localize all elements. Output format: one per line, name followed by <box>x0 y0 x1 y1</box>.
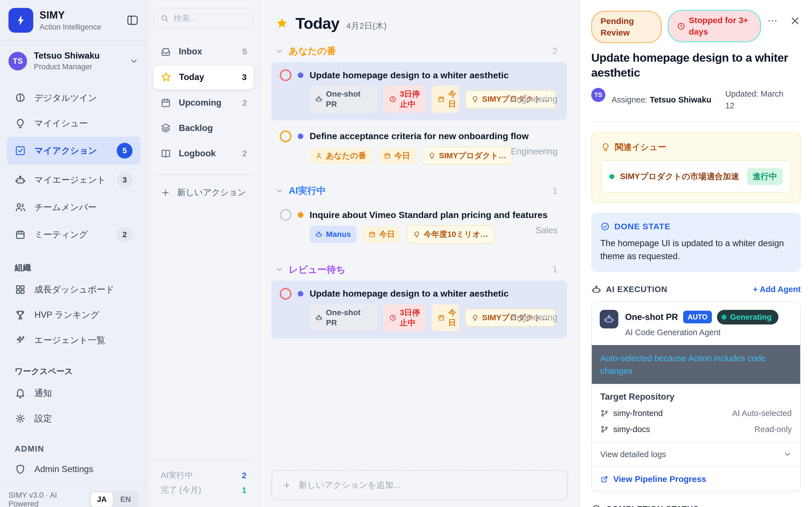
sidebar-item-agent-list[interactable]: エージェント一覧 <box>7 328 140 352</box>
lang-en-button[interactable]: EN <box>114 492 137 507</box>
sidebar-item-my-actions[interactable]: マイアクション 5 <box>7 136 140 165</box>
assignee-avatar: TS <box>591 88 605 102</box>
bolt-icon <box>15 14 27 26</box>
close-icon[interactable] <box>790 15 801 26</box>
task-checkbox[interactable] <box>280 209 292 221</box>
sidebar-item-hvp-ranking[interactable]: HVP ランキング <box>7 303 140 327</box>
status-dot <box>609 174 614 179</box>
pulse-dot <box>721 315 726 320</box>
collapse-sidebar-button[interactable] <box>126 14 139 26</box>
more-icon[interactable] <box>767 15 778 26</box>
calendar-icon <box>438 314 445 321</box>
brain-icon <box>15 93 26 104</box>
due-tag[interactable]: 今日 <box>432 304 459 332</box>
auto-badge: AUTO <box>683 311 712 323</box>
task-checkbox[interactable] <box>280 69 292 81</box>
git-branch-icon <box>600 425 609 434</box>
due-tag[interactable]: 今日 <box>378 147 416 164</box>
new-action-button[interactable]: 新しいアクション <box>153 182 254 203</box>
brand-name: SIMY <box>40 9 120 21</box>
language-toggle: JA EN <box>89 491 139 507</box>
sidebar-item-digital-twin[interactable]: デジタルツイン <box>7 86 140 110</box>
agent-tag[interactable]: Manus <box>310 226 357 243</box>
check-square-icon <box>15 145 26 156</box>
related-issue-row[interactable]: SIMYプロダクトの市場適合加速 進行中 <box>601 160 791 193</box>
users-icon <box>15 202 26 213</box>
task-title: Update homepage design to a whiter aesth… <box>310 70 509 80</box>
list-item-backlog[interactable]: Backlog <box>153 116 254 140</box>
related-issue-title: SIMYプロダクトの市場適合加速 <box>620 171 741 182</box>
shield-icon <box>15 464 26 475</box>
sidebar-item-my-issues[interactable]: マイイシュー <box>7 111 140 135</box>
section-ai-running[interactable]: AI実行中 1 <box>271 175 567 202</box>
section-awaiting-review[interactable]: レビュー待ち 1 <box>271 254 567 281</box>
stalled-tag[interactable]: 3日停止中 <box>384 86 426 113</box>
pending-review-pill: Pending Review <box>591 11 662 43</box>
sidebar-item-my-agents[interactable]: マイエージェント 3 <box>7 166 140 194</box>
agent-subtitle: AI Code Generation Agent <box>625 328 778 337</box>
sidebar-item-growth-dashboard[interactable]: 成長ダッシュボード <box>7 277 140 302</box>
issue-tag[interactable]: 今年度10ミリオ… <box>407 225 495 243</box>
issue-tag[interactable]: SIMYプロダクト… <box>422 147 513 165</box>
calendar-icon <box>368 231 376 238</box>
clock-icon <box>677 22 686 31</box>
chevron-down-icon <box>129 56 139 66</box>
agent-note-banner: Auto-selected because Action includes co… <box>592 345 800 384</box>
view-pipeline-link[interactable]: View Pipeline Progress <box>592 467 800 491</box>
lightbulb-icon <box>15 118 26 129</box>
your-turn-tag[interactable]: あなたの番 <box>310 147 372 164</box>
count: 5 <box>242 47 247 56</box>
related-issues-card: 関連イシュー SIMYプロダクトの市場適合加速 進行中 <box>591 132 801 203</box>
agent-tag[interactable]: One-shot PR <box>310 304 377 332</box>
section-your-turn[interactable]: あなたの番 2 <box>271 35 567 62</box>
stalled-tag[interactable]: 3日停止中 <box>384 304 426 332</box>
plus-icon <box>282 481 291 490</box>
dashboard-icon <box>15 284 26 295</box>
task-card[interactable]: Inquire about Vimeo Standard plan pricin… <box>271 202 567 251</box>
ai-execution-header: AI EXECUTION <box>591 284 667 295</box>
sidebar-item-team-members[interactable]: チームメンバー <box>7 195 140 219</box>
section-count: 2 <box>553 46 563 56</box>
section-title-organization: 組織 <box>0 250 147 277</box>
robot-icon <box>315 314 322 321</box>
agent-tag[interactable]: One-shot PR <box>310 86 377 113</box>
task-checkbox[interactable] <box>280 288 292 300</box>
task-card[interactable]: Update homepage design to a whiter aesth… <box>271 281 567 339</box>
bell-icon <box>15 388 26 399</box>
agent-card-header: One-shot PR AUTO Generating AI Code Gene… <box>592 302 800 345</box>
list-item-inbox[interactable]: Inbox 5 <box>153 40 254 63</box>
list-item-logbook[interactable]: Logbook 2 <box>153 142 254 165</box>
user-menu[interactable]: TS Tetsuo Shiwaku Product Manager <box>0 41 147 78</box>
search-input[interactable] <box>174 13 247 23</box>
add-action-button[interactable]: 新しいアクションを追加... <box>271 470 568 500</box>
sidebar-item-notifications[interactable]: 通知 <box>7 381 140 405</box>
due-tag[interactable]: 今日 <box>432 86 459 113</box>
sidebar-item-admin-settings[interactable]: Admin Settings <box>7 457 140 481</box>
app-version: SIMY v3.0 · AI Powered <box>8 491 84 507</box>
book-icon <box>160 148 171 159</box>
lang-ja-button[interactable]: JA <box>91 492 113 507</box>
count: 2 <box>242 98 247 108</box>
list-item-today[interactable]: Today 3 <box>153 65 254 89</box>
section-count: 1 <box>553 186 563 196</box>
view-logs-toggle[interactable]: View detailed logs <box>592 443 800 467</box>
layers-icon <box>160 122 171 134</box>
task-checkbox[interactable] <box>280 130 292 142</box>
add-agent-link[interactable]: + Add Agent <box>753 285 801 294</box>
count: 3 <box>242 72 247 82</box>
task-card[interactable]: Update homepage design to a whiter aesth… <box>271 62 567 120</box>
section-title-workspace: ワークスペース <box>0 353 147 381</box>
star-icon <box>160 71 172 83</box>
calendar-icon <box>384 152 391 159</box>
user-meta: Tetsuo Shiwaku Product Manager <box>34 51 100 71</box>
department-label: Engineering <box>511 147 557 157</box>
sidebar-item-settings[interactable]: 設定 <box>7 406 140 431</box>
due-tag[interactable]: 今日 <box>363 226 401 243</box>
detail-panel: Pending Review Stopped for 3+ days Updat… <box>579 0 812 507</box>
task-card[interactable]: Define acceptance criteria for new onboa… <box>271 123 567 172</box>
check-circle-icon <box>600 222 610 231</box>
lightbulb-icon <box>471 314 479 321</box>
assignee-name: Tetsuo Shiwaku <box>650 95 711 104</box>
list-item-upcoming[interactable]: Upcoming 2 <box>153 91 254 115</box>
sidebar-item-meetings[interactable]: ミーティング 2 <box>7 221 140 249</box>
